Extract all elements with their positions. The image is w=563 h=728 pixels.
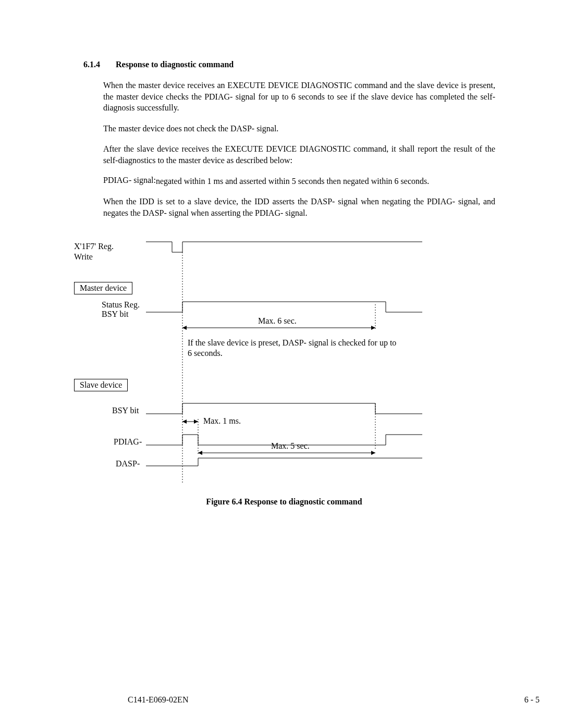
- svg-marker-33: [198, 451, 202, 455]
- slave-device-box: Slave device: [74, 379, 128, 391]
- section-number: 6.1.4: [83, 60, 100, 69]
- pdiag-label: PDIAG-: [114, 437, 142, 447]
- footer-page-number: 6 - 5: [524, 695, 540, 705]
- paragraph-3: After the slave device receives the EXEC…: [103, 143, 495, 166]
- page-content: 6.1.4 Response to diagnostic command Whe…: [0, 0, 563, 527]
- pdiag-signal-text: negated within 1 ms and asserted within …: [156, 176, 495, 187]
- pdiag-signal-label: PDIAG- signal:: [103, 176, 156, 187]
- diagram-note-1: If the slave device is preset, DASP- sig…: [188, 338, 396, 348]
- max-5-sec-label: Max. 5 sec.: [271, 441, 310, 451]
- diagram-note-2: 6 seconds.: [188, 349, 223, 358]
- status-reg-label-1: Status Reg.: [102, 300, 140, 310]
- figure-caption: Figure 6.4 Response to diagnostic comman…: [73, 497, 495, 507]
- paragraph-2: The master device does not check the DAS…: [103, 123, 495, 134]
- slave-bsy-label: BSY bit: [112, 406, 139, 415]
- master-device-box: Master device: [74, 282, 132, 294]
- section-heading: 6.1.4 Response to diagnostic command: [83, 60, 495, 69]
- section-title: Response to diagnostic command: [116, 60, 234, 69]
- svg-marker-34: [371, 451, 375, 455]
- pdiag-signal-block: PDIAG- signal: negated within 1 ms and a…: [103, 176, 495, 187]
- page-footer: C141-E069-02EN 6 - 5: [0, 695, 563, 705]
- paragraph-1: When the master device receives an EXECU…: [103, 80, 495, 114]
- svg-marker-23: [194, 419, 198, 424]
- timing-diagram: X'1F7' Reg. Write Master device Status R…: [73, 239, 490, 484]
- reg-write-label-1: X'1F7' Reg.: [74, 242, 114, 251]
- max-1ms-label: Max. 1 ms.: [203, 416, 241, 426]
- status-reg-label-2: BSY bit: [102, 310, 128, 319]
- footer-doc-id: C141-E069-02EN: [128, 695, 188, 705]
- svg-marker-22: [182, 419, 187, 424]
- reg-write-label-2: Write: [74, 252, 93, 262]
- svg-marker-12: [182, 326, 187, 330]
- paragraph-5: When the IDD is set to a slave device, t…: [103, 196, 495, 218]
- dasp-label: DASP-: [116, 459, 140, 468]
- svg-marker-13: [371, 326, 375, 330]
- max-6-sec-label: Max. 6 sec.: [258, 316, 297, 326]
